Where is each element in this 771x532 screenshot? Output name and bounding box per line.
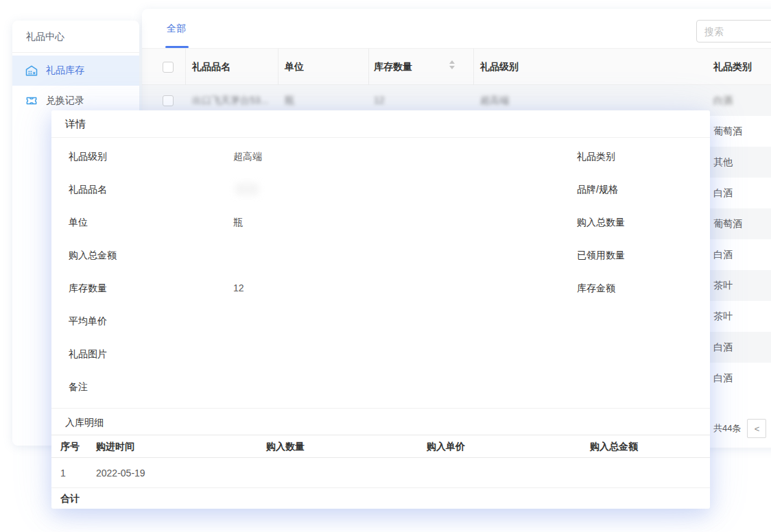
column-divider (185, 49, 186, 85)
inbound-table-row: 1 2022-05-19 (51, 458, 710, 488)
modal-title: 详情 (51, 110, 710, 138)
field-label: 品牌/规格 (577, 173, 731, 206)
tab-all[interactable]: 全部 (167, 9, 186, 48)
cell-category: 白酒 (713, 85, 733, 116)
section-divider (51, 408, 710, 409)
field-label: 已领用数量 (577, 239, 731, 271)
table-header: 礼品品名 单位 库存数量 礼品级别 礼品类别 (142, 49, 771, 85)
field-value: 12 (233, 271, 244, 304)
inbound-cell-index: 1 (60, 458, 66, 488)
inbound-table-header: 序号 购进时间 购入数量 购入单价 购入总金额 (51, 435, 710, 458)
field-label: 平均单价 (69, 304, 223, 337)
col-header-gift-level[interactable]: 礼品级别 (480, 49, 519, 85)
inbound-section-title: 入库明细 (65, 410, 104, 435)
sort-icon[interactable] (449, 60, 455, 69)
inbound-total-row: 合计 (51, 488, 710, 509)
tab-bar: 全部 (142, 9, 771, 49)
field-label: 库存数量 (69, 271, 223, 304)
field-label: 礼品类别 (577, 140, 731, 173)
field-label: 库存金额 (577, 271, 731, 304)
field-label: 礼品级别 (69, 140, 223, 173)
field-value: 瓶 (233, 206, 243, 239)
inbound-total-label: 合计 (60, 488, 80, 509)
tab-active-underline (165, 46, 189, 48)
inbound-col-unit-price: 购入单价 (427, 435, 465, 458)
redacted-value (235, 183, 259, 195)
inbound-col-total-amount: 购入总金额 (590, 435, 638, 458)
field-label: 礼品图片 (69, 337, 223, 370)
page: 礼品中心 礼品库存兑换记录 全部 礼品品名 单位 库存数量 礼品级别 礼品类别 … (0, 0, 771, 532)
select-all-checkbox[interactable] (163, 62, 174, 73)
sidebar-item-label: 兑换记录 (46, 95, 84, 107)
column-divider (278, 49, 278, 85)
search-input[interactable] (696, 20, 771, 43)
pagination: 共44条 < (713, 419, 766, 438)
sidebar-title: 礼品中心 (12, 21, 139, 53)
pagination-total: 共44条 (713, 422, 741, 435)
inbound-col-index: 序号 (60, 435, 80, 458)
column-divider (368, 49, 369, 85)
inbound-cell-purchase-time: 2022-05-19 (96, 458, 145, 488)
inbound-col-purchase-qty: 购入数量 (266, 435, 305, 458)
field-label: 购入总金额 (69, 239, 223, 271)
field-label: 单位 (69, 206, 223, 239)
col-header-stock-qty[interactable]: 库存数量 (374, 49, 412, 85)
field-label: 购入总数量 (577, 206, 731, 239)
cell-category: 茶叶 (713, 301, 733, 332)
row-checkbox[interactable] (163, 95, 174, 106)
field-label: 备注 (69, 370, 223, 403)
sidebar-item-gift-inventory[interactable]: 礼品库存 (12, 56, 139, 86)
cell-category: 白酒 (713, 363, 733, 394)
col-header-gift-category[interactable]: 礼品类别 (713, 49, 752, 85)
warehouse-icon (25, 64, 38, 77)
sidebar-menu: 礼品库存兑换记录 (12, 53, 139, 116)
sidebar-item-label: 礼品库存 (46, 64, 84, 77)
detail-modal: 详情 礼品级别超高端礼品品名单位瓶购入总金额库存数量12平均单价礼品图片备注礼品… (51, 110, 710, 509)
ticket-icon (25, 94, 38, 108)
column-divider (473, 49, 474, 85)
field-label: 礼品品名 (69, 173, 223, 206)
cell-category: 白酒 (713, 332, 733, 363)
field-value: 超高端 (233, 140, 262, 173)
col-header-gift-name[interactable]: 礼品品名 (192, 49, 230, 85)
inbound-col-purchase-time: 购进时间 (96, 435, 134, 458)
pagination-prev-button[interactable]: < (747, 419, 766, 438)
col-header-unit[interactable]: 单位 (285, 49, 304, 85)
